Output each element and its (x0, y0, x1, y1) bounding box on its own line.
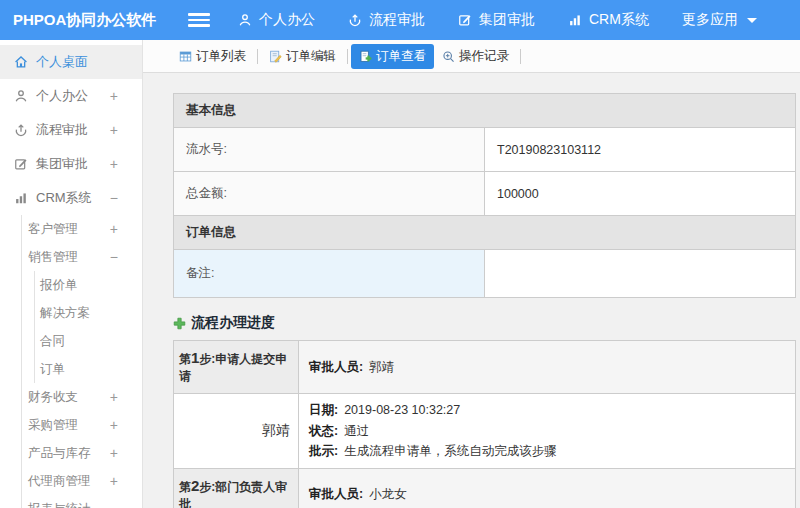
status-line-value: 通过 (344, 424, 369, 438)
flow-icon (348, 13, 362, 27)
tab-operation-log[interactable]: 操作记录 (434, 44, 517, 69)
sidebar-item-customer-mgmt[interactable]: 客户管理+ (22, 215, 142, 243)
sidebar-item-purchase-mgmt[interactable]: 采购管理+ (22, 411, 142, 439)
comment-line-label: 批示: (309, 444, 338, 458)
collapse-icon[interactable]: − (110, 190, 118, 206)
date-line-label: 日期: (309, 403, 338, 417)
nav-item-label: 更多应用 (682, 11, 738, 29)
tab-separator (347, 49, 348, 64)
sidebar-item-desktop[interactable]: 个人桌面 (0, 45, 142, 79)
step-date-line: 日期:2019-08-23 10:32:27 (309, 400, 785, 421)
chart-icon (14, 191, 28, 205)
tab-order-edit[interactable]: 订单编辑 (261, 44, 344, 69)
sidebar-item-reports[interactable]: 报表与统计 (22, 495, 142, 508)
expand-icon[interactable]: + (110, 122, 118, 138)
nav-item-label: 个人办公 (259, 11, 315, 29)
chart-icon (568, 13, 582, 27)
user-icon (14, 89, 28, 103)
field-label: 流水号: (174, 128, 485, 172)
approver-name: 郭靖 (369, 360, 394, 374)
collapse-icon[interactable]: − (110, 249, 118, 265)
edit-icon (14, 157, 28, 171)
step-detail-row: 郭靖日期:2019-08-23 10:32:27状态:通过批示:生成流程申请单，… (174, 394, 796, 469)
sidebar-item-workflow-approval[interactable]: 流程审批+ (0, 113, 142, 147)
sidebar-item-label: 采购管理 (28, 417, 78, 434)
edit-page-icon (269, 50, 282, 63)
step-comment-line: 批示:生成流程申请单，系统自动完成该步骤 (309, 441, 785, 462)
sidebar-item-label: 集团审批 (36, 155, 88, 173)
field-value (485, 250, 796, 298)
sidebar-item-contract[interactable]: 合同 (35, 327, 142, 355)
sidebar-group-crm-system: 客户管理+销售管理−报价单解决方案合同订单财务收支+采购管理+产品与库存+代理商… (21, 215, 142, 508)
step-label: 第1步:申请人提交申请 (174, 341, 299, 394)
sidebar-item-order[interactable]: 订单 (35, 355, 142, 383)
tab-label: 订单列表 (196, 48, 246, 65)
expand-icon[interactable]: + (110, 417, 118, 433)
step-status-line: 状态:通过 (309, 421, 785, 442)
tab-strip: 订单列表订单编辑订单查看操作记录 (143, 40, 800, 73)
sidebar-item-crm-system[interactable]: CRM系统− (0, 181, 142, 215)
zoom-plus-icon (442, 50, 455, 63)
nav-item-label: 流程审批 (369, 11, 425, 29)
approver-cell: 审批人员:郭靖 (299, 341, 796, 394)
sidebar-item-label: 代理商管理 (28, 473, 91, 490)
sidebar-item-quotation[interactable]: 报价单 (35, 271, 142, 299)
edit-icon (458, 13, 472, 27)
expand-icon[interactable]: + (110, 221, 118, 237)
progress-title: 流程办理进度 (191, 314, 275, 332)
sidebar-item-sales-mgmt[interactable]: 销售管理− (22, 243, 142, 271)
tab-label: 订单编辑 (286, 48, 336, 65)
sidebar-item-label: CRM系统 (36, 189, 92, 207)
expand-icon[interactable]: + (110, 156, 118, 172)
nav-item-more-apps[interactable]: 更多应用 (682, 11, 757, 29)
nav-item-group-approval[interactable]: 集团审批 (458, 11, 535, 29)
tab-order-view[interactable]: 订单查看 (351, 44, 434, 69)
approver-name: 小龙女 (369, 487, 407, 501)
expand-icon[interactable]: + (110, 88, 118, 104)
info-row: 总金额:100000 (174, 172, 796, 216)
tab-order-list[interactable]: 订单列表 (171, 44, 254, 69)
sidebar-item-label: 产品与库存 (28, 445, 91, 462)
sidebar-item-product-stock[interactable]: 产品与库存+ (22, 439, 142, 467)
nav-item-label: 集团审批 (479, 11, 535, 29)
nav-item-label: CRM系统 (589, 11, 649, 29)
sidebar-item-label: 报价单 (40, 277, 78, 294)
date-line-value: 2019-08-23 10:32:27 (344, 403, 460, 417)
order-info-table: 基本信息流水号:T20190823103112总金额:100000订单信息备注: (173, 93, 796, 298)
approver-cell: 审批人员:小龙女 (299, 468, 796, 508)
expand-icon[interactable]: + (110, 473, 118, 489)
comment-line-value: 生成流程申请单，系统自动完成该步骤 (344, 444, 557, 458)
handler-name: 郭靖 (174, 394, 299, 469)
topbar: PHPOA协同办公软件 个人办公流程审批集团审批CRM系统更多应用 (0, 0, 800, 40)
nav-item-crm-system[interactable]: CRM系统 (568, 11, 649, 29)
progress-table: 第1步:申请人提交申请审批人员:郭靖郭靖日期:2019-08-23 10:32:… (173, 340, 796, 508)
table-icon (179, 50, 192, 63)
app-logo: PHPOA协同办公软件 (0, 11, 188, 30)
sidebar-item-label: 个人桌面 (36, 53, 88, 71)
expand-icon[interactable]: + (110, 389, 118, 405)
field-value: T20190823103112 (485, 128, 796, 172)
step-header-row: 第2步:部门负责人审批审批人员:小龙女 (174, 468, 796, 508)
sidebar-item-label: 客户管理 (28, 221, 78, 238)
sidebar-item-group-approval[interactable]: 集团审批+ (0, 147, 142, 181)
section-header-row: 基本信息 (174, 94, 796, 128)
home-icon (14, 55, 28, 69)
nav-item-personal-office[interactable]: 个人办公 (238, 11, 315, 29)
sidebar-item-agent-mgmt[interactable]: 代理商管理+ (22, 467, 142, 495)
section-title: 订单信息 (174, 216, 796, 250)
sidebar-item-label: 订单 (40, 361, 65, 378)
nav-item-workflow-approval[interactable]: 流程审批 (348, 11, 425, 29)
sidebar-item-solution[interactable]: 解决方案 (35, 299, 142, 327)
menu-icon[interactable] (188, 13, 210, 27)
tab-separator (520, 49, 521, 64)
sidebar-item-personal-office[interactable]: 个人办公+ (0, 79, 142, 113)
step-detail-cell: 日期:2019-08-23 10:32:27状态:通过批示:生成流程申请单，系统… (299, 394, 796, 469)
expand-icon[interactable]: + (110, 445, 118, 461)
sidebar: 个人桌面个人办公+流程审批+集团审批+CRM系统−客户管理+销售管理−报价单解决… (0, 40, 143, 508)
top-nav: 个人办公流程审批集团审批CRM系统更多应用 (238, 11, 757, 29)
sidebar-item-finance[interactable]: 财务收支+ (22, 383, 142, 411)
user-icon (238, 13, 252, 27)
sidebar-item-label: 合同 (40, 333, 65, 350)
section-title: 基本信息 (174, 94, 796, 128)
tab-label: 订单查看 (376, 48, 426, 65)
